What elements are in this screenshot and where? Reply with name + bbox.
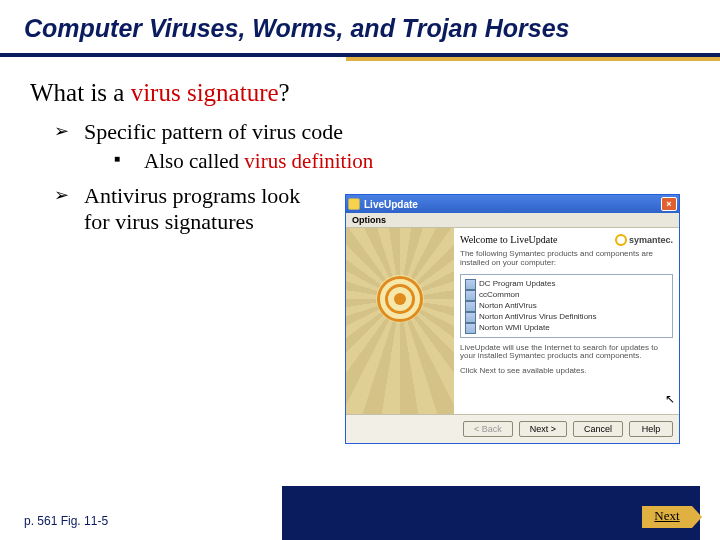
welcome-text: Welcome to LiveUpdate: [460, 234, 558, 245]
sub-bullet-1: Also called virus definition: [114, 149, 698, 174]
footer-band: [282, 486, 700, 540]
q-suffix: ?: [279, 79, 290, 106]
sub-bullet-1-highlight: virus definition: [244, 149, 373, 173]
bullet-2: Antivirus programs look for virus signat…: [54, 183, 324, 236]
sub-bullet-1-text: Also called: [144, 149, 244, 173]
slide-footer: p. 561 Fig. 11-5 Next: [0, 486, 720, 540]
footer-text-1: LiveUpdate will use the Internet to sear…: [460, 344, 673, 362]
back-button[interactable]: < Back: [463, 421, 513, 437]
options-link[interactable]: Options: [346, 213, 679, 228]
q-highlight: virus signature: [131, 79, 279, 106]
cancel-button[interactable]: Cancel: [573, 421, 623, 437]
symantec-ring-icon: [615, 234, 627, 246]
list-item: DC Program Updates: [465, 278, 668, 289]
close-icon[interactable]: ×: [661, 197, 677, 211]
slide-title: Computer Viruses, Worms, and Trojan Hors…: [0, 0, 720, 49]
dialog-window: LiveUpdate × Options Welcome to LiveUpda…: [345, 194, 680, 444]
dialog-main: Welcome to LiveUpdate symantec. The foll…: [454, 228, 679, 414]
app-icon: [348, 198, 360, 210]
dialog-sidebar: [346, 228, 454, 414]
cursor-icon: ↖: [665, 392, 675, 406]
bullet-1: Specific pattern of virus code: [54, 119, 698, 145]
dialog-title: LiveUpdate: [364, 199, 661, 210]
dialog-body: Welcome to LiveUpdate symantec. The foll…: [346, 228, 679, 414]
slide: Computer Viruses, Worms, and Trojan Hors…: [0, 0, 720, 540]
lead-question: What is a virus signature?: [0, 61, 720, 113]
symantec-logo: symantec.: [615, 234, 673, 246]
slide-next-label: Next: [642, 508, 692, 524]
dialog-button-row: < Back Next > Cancel Help: [346, 414, 679, 443]
list-item: Norton AntiVirus: [465, 300, 668, 311]
intro-text: The following Symantec products and comp…: [460, 250, 673, 268]
page-reference: p. 561 Fig. 11-5: [24, 514, 108, 528]
dialog-titlebar: LiveUpdate ×: [346, 195, 679, 213]
help-button[interactable]: Help: [629, 421, 673, 437]
footer-text-2: Click Next to see available updates.: [460, 367, 673, 376]
updates-list: DC Program Updates ccCommon Norton AntiV…: [460, 274, 673, 338]
liveupdate-dialog: LiveUpdate × Options Welcome to LiveUpda…: [345, 194, 680, 449]
symantec-name: symantec.: [629, 235, 673, 245]
welcome-row: Welcome to LiveUpdate symantec.: [460, 234, 673, 246]
q-prefix: What is a: [30, 79, 131, 106]
list-item: Norton WMI Update: [465, 322, 668, 333]
next-button[interactable]: Next >: [519, 421, 567, 437]
list-item: Norton AntiVirus Virus Definitions: [465, 311, 668, 322]
list-item: ccCommon: [465, 289, 668, 300]
slide-next-button[interactable]: Next: [642, 506, 692, 528]
